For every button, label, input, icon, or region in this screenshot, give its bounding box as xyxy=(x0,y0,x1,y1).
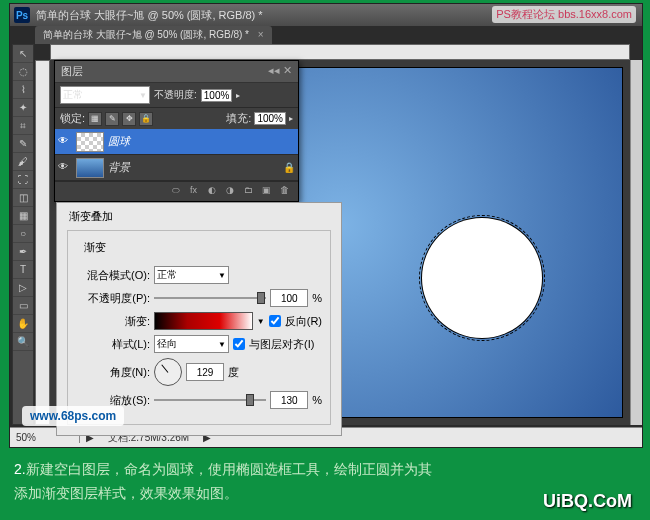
percent-label: % xyxy=(312,292,322,304)
panel-title: 图层 xyxy=(61,64,83,79)
fx-icon[interactable]: fx xyxy=(190,185,204,199)
chevron-down-icon[interactable]: ▼ xyxy=(257,317,265,326)
reverse-checkbox[interactable] xyxy=(269,315,281,327)
layer-name[interactable]: 圆球 xyxy=(108,134,130,149)
fill-label: 填充: xyxy=(226,111,251,126)
layer-thumbnail[interactable] xyxy=(76,132,104,152)
style-label: 样式(L): xyxy=(76,337,150,352)
style-select[interactable]: 径向▼ xyxy=(154,335,229,353)
step-number: 2. xyxy=(14,461,26,477)
type-tool-icon[interactable]: T xyxy=(13,261,33,279)
adjustment-icon[interactable]: ◑ xyxy=(226,185,240,199)
chevron-down-icon: ▼ xyxy=(218,340,226,349)
gradient-tool-icon[interactable]: ▦ xyxy=(13,207,33,225)
visibility-icon[interactable]: 👁 xyxy=(58,161,72,175)
scrollbar-vertical[interactable] xyxy=(630,60,642,425)
caption-line2: 添加渐变图层样式，效果效果如图。 xyxy=(14,485,238,501)
angle-label: 角度(N): xyxy=(76,365,150,380)
watermark-forum: PS教程论坛 bbs.16xx8.com xyxy=(492,6,636,23)
align-label: 与图层对齐(I) xyxy=(249,337,314,352)
zoom-tool-icon[interactable]: 🔍 xyxy=(13,333,33,351)
eraser-tool-icon[interactable]: ◫ xyxy=(13,189,33,207)
layer-thumbnail[interactable] xyxy=(76,158,104,178)
circle-shape[interactable] xyxy=(422,218,542,338)
layer-row[interactable]: 👁 圆球 xyxy=(55,129,298,155)
crop-tool-icon[interactable]: ⌗ xyxy=(13,117,33,135)
blend-row: 正常▼ 不透明度: 100% ▸ xyxy=(55,83,298,107)
angle-dial[interactable] xyxy=(154,358,182,386)
scale-slider[interactable] xyxy=(154,391,266,409)
chevron-icon[interactable]: ▸ xyxy=(289,114,293,123)
fill-value[interactable]: 100% xyxy=(254,112,286,125)
trash-icon[interactable]: 🗑 xyxy=(280,185,294,199)
degree-label: 度 xyxy=(228,365,239,380)
opacity-label: 不透明度(P): xyxy=(76,291,150,306)
opacity-value[interactable]: 100% xyxy=(201,89,233,102)
document-tab[interactable]: 简单的台球 大眼仔~旭 @ 50% (圆球, RGB/8) * × xyxy=(35,26,272,44)
app-icon: Ps xyxy=(14,7,30,23)
align-checkbox[interactable] xyxy=(233,338,245,350)
layer-row[interactable]: 👁 背景 🔒 xyxy=(55,155,298,181)
close-icon[interactable]: × xyxy=(258,29,264,40)
move-tool-icon[interactable]: ↖ xyxy=(13,45,33,63)
visibility-icon[interactable]: 👁 xyxy=(58,135,72,149)
layer-list: 👁 圆球 👁 背景 🔒 xyxy=(55,129,298,181)
reverse-label: 反向(R) xyxy=(285,314,322,329)
lock-label: 锁定: xyxy=(60,111,85,126)
brush-tool-icon[interactable]: 🖌 xyxy=(13,153,33,171)
opacity-label: 不透明度: xyxy=(154,88,197,102)
blend-mode-select[interactable]: 正常▼ xyxy=(60,86,150,104)
shape-tool-icon[interactable]: ▭ xyxy=(13,297,33,315)
gradient-label: 渐变: xyxy=(76,314,150,329)
lock-position-icon[interactable]: ✥ xyxy=(122,112,136,126)
percent-label: % xyxy=(312,394,322,406)
folder-icon[interactable]: 🗀 xyxy=(244,185,258,199)
blend-mode-label: 混合模式(O): xyxy=(76,268,150,283)
lock-all-icon[interactable]: 🔒 xyxy=(139,112,153,126)
blur-tool-icon[interactable]: ○ xyxy=(13,225,33,243)
toolbox: ↖ ◌ ⌇ ✦ ⌗ ✎ 🖌 ⛶ ◫ ▦ ○ ✒ T ▷ ▭ ✋ 🔍 xyxy=(12,44,34,425)
hand-tool-icon[interactable]: ✋ xyxy=(13,315,33,333)
path-tool-icon[interactable]: ▷ xyxy=(13,279,33,297)
opacity-slider[interactable] xyxy=(154,289,266,307)
chevron-icon[interactable]: ▸ xyxy=(236,91,240,100)
stamp-tool-icon[interactable]: ⛶ xyxy=(13,171,33,189)
layer-style-panel[interactable]: 渐变叠加 渐变 混合模式(O): 正常▼ 不透明度(P): 100 % 渐变: … xyxy=(56,202,342,436)
window-title: 简单的台球 大眼仔~旭 @ 50% (圆球, RGB/8) * xyxy=(36,8,263,23)
style-title: 渐变叠加 xyxy=(57,203,341,226)
chevron-down-icon: ▼ xyxy=(218,271,226,280)
watermark-68ps: www.68ps.com xyxy=(22,406,124,426)
link-icon[interactable]: ⬭ xyxy=(172,185,186,199)
caption-line1: 新建空白图层，命名为圆球，使用椭圆选框工具，绘制正圆并为其 xyxy=(26,461,432,477)
panel-header[interactable]: 图层 ◂◂ ✕ xyxy=(55,61,298,83)
tab-label: 简单的台球 大眼仔~旭 @ 50% (圆球, RGB/8) * xyxy=(43,29,249,40)
layers-panel[interactable]: 图层 ◂◂ ✕ 正常▼ 不透明度: 100% ▸ 锁定: ▦ ✎ ✥ 🔒 填充:… xyxy=(54,60,299,202)
ruler-vertical xyxy=(35,60,50,425)
new-layer-icon[interactable]: ▣ xyxy=(262,185,276,199)
scale-input[interactable]: 130 xyxy=(270,391,308,409)
mask-icon[interactable]: ◐ xyxy=(208,185,222,199)
lasso-tool-icon[interactable]: ⌇ xyxy=(13,81,33,99)
tutorial-caption: 2.新建空白图层，命名为圆球，使用椭圆选框工具，绘制正圆并为其 添加渐变图层样式… xyxy=(14,458,636,506)
panel-footer: ⬭ fx ◐ ◑ 🗀 ▣ 🗑 xyxy=(55,181,298,201)
blend-mode-select[interactable]: 正常▼ xyxy=(154,266,229,284)
layer-name[interactable]: 背景 xyxy=(108,160,130,175)
gradient-group: 渐变 混合模式(O): 正常▼ 不透明度(P): 100 % 渐变: ▼ 反向(… xyxy=(67,230,331,425)
marquee-tool-icon[interactable]: ◌ xyxy=(13,63,33,81)
wand-tool-icon[interactable]: ✦ xyxy=(13,99,33,117)
lock-icon: 🔒 xyxy=(283,162,295,173)
pen-tool-icon[interactable]: ✒ xyxy=(13,243,33,261)
lock-row: 锁定: ▦ ✎ ✥ 🔒 填充: 100% ▸ xyxy=(55,107,298,129)
lock-pixels-icon[interactable]: ✎ xyxy=(105,112,119,126)
ruler-horizontal xyxy=(50,44,630,60)
group-title: 渐变 xyxy=(80,240,110,255)
angle-input[interactable]: 129 xyxy=(186,363,224,381)
gradient-preview[interactable] xyxy=(154,312,253,330)
panel-menu-icon[interactable]: ◂◂ ✕ xyxy=(268,64,292,79)
opacity-input[interactable]: 100 xyxy=(270,289,308,307)
lock-transparent-icon[interactable]: ▦ xyxy=(88,112,102,126)
eyedropper-tool-icon[interactable]: ✎ xyxy=(13,135,33,153)
chevron-down-icon: ▼ xyxy=(139,91,147,100)
